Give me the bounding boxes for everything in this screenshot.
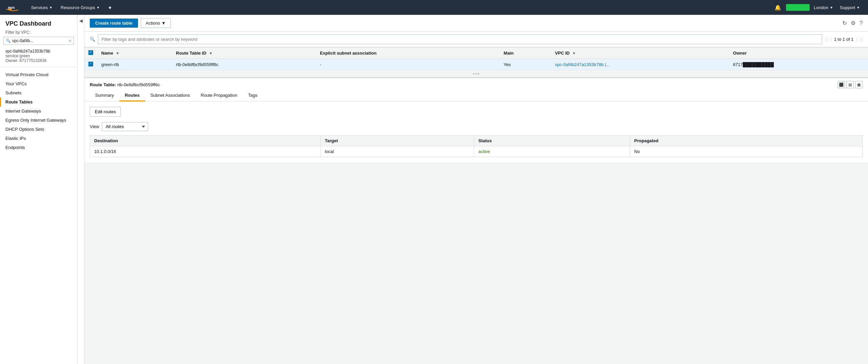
svg-text:aws: aws <box>8 5 15 9</box>
propagated-header: Propagated <box>630 135 863 146</box>
support-label: Support <box>840 5 856 10</box>
tab-routes[interactable]: Routes <box>119 90 145 101</box>
row-checkbox-cell <box>84 59 97 70</box>
detail-view-icons: ⬛ ▤ ▦ <box>838 81 863 88</box>
route-target: local <box>321 146 474 157</box>
sidebar-item-subnets[interactable]: Subnets <box>0 88 77 97</box>
sidebar-item-egress-gateways[interactable]: Egress Only Internet Gateways <box>0 116 77 125</box>
vpc-search-icon: 🔍 <box>6 38 11 43</box>
toolbar-icons: ↻ ⚙ ? <box>842 20 863 26</box>
grid-view-icon[interactable]: ▦ <box>855 81 863 88</box>
services-label: Services <box>31 5 48 10</box>
last-page-icon[interactable]: ⟩⟩ <box>859 37 863 42</box>
route-tables-table: Name ▼ Route Table ID ▼ Explicit subnet … <box>84 47 868 70</box>
region-label: London <box>814 5 828 10</box>
route-table-id-column-header[interactable]: Route Table ID ▼ <box>172 48 316 59</box>
sidebar-collapse-handle[interactable]: ◀ <box>78 15 84 364</box>
sidebar-item-dhcp-options[interactable]: DHCP Options Sets <box>0 125 77 134</box>
pagination: ⟨⟨ ⟨ 1 to 1 of 1 ⟩ ⟩⟩ <box>825 37 863 42</box>
services-nav[interactable]: Services ▼ <box>27 0 57 15</box>
sidebar: VPC Dashboard Filter by VPC: 🔍 vpc-0af4b… <box>0 15 78 364</box>
nav-right-area: 🔔 London ▼ Support ▼ <box>771 4 863 11</box>
collapse-icon: ◀ <box>79 18 83 23</box>
sidebar-item-internet-gateways[interactable]: Internet Gateways <box>0 107 77 116</box>
row-vpc-id: vpc-0af4b247a1353b78b |... <box>551 59 729 70</box>
vpc-owner-text: Owner: 671775132836 <box>5 58 72 63</box>
actions-label: Actions <box>146 21 160 26</box>
vpc-info: vpc-0af4b247a1353b78b service-green Owne… <box>0 48 77 67</box>
prev-page-icon[interactable]: ⟨ <box>830 37 832 42</box>
status-bar[interactable] <box>786 4 810 11</box>
actions-button[interactable]: Actions ▼ <box>141 18 171 28</box>
select-all-header <box>84 48 97 59</box>
sidebar-item-endpoints[interactable]: Endpoints <box>0 143 77 152</box>
detail-route-table-label: Route Table: <box>90 82 116 87</box>
row-explicit-subnet: - <box>316 59 499 70</box>
list-view-icon[interactable]: ▤ <box>846 81 854 88</box>
row-owner: 6717██████████ <box>729 59 868 70</box>
destination-header: Destination <box>90 135 321 146</box>
panel-resize-handle[interactable] <box>84 70 868 77</box>
view-select[interactable]: All routes Local routes Non-local routes <box>102 122 148 131</box>
view-selector-row: View All routes Local routes Non-local r… <box>90 122 863 131</box>
vpc-id-column-header[interactable]: VPC ID ▼ <box>551 48 729 59</box>
routes-detail-table: Destination Target Status Propagated 10.… <box>90 135 863 157</box>
tab-subnet-associations[interactable]: Subnet Associations <box>145 90 195 101</box>
vpc-id-link[interactable]: vpc-0af4b247a1353b78b |... <box>555 62 610 67</box>
target-header: Target <box>321 135 474 146</box>
toolbar: Create route table Actions ▼ ↻ ⚙ ? <box>84 15 868 32</box>
settings-icon[interactable]: ⚙ <box>851 20 856 26</box>
row-route-table-id: rtb-0e8dfbcf9d559ff6c <box>172 59 316 70</box>
refresh-icon[interactable]: ↻ <box>842 20 847 26</box>
vpc-search-clear-icon[interactable]: ✕ <box>69 39 72 43</box>
support-chevron: ▼ <box>857 6 860 9</box>
detail-route-table-id: rtb-0e8dfbcf9d559ff6c <box>117 82 160 87</box>
main-column-header: Main <box>499 48 551 59</box>
sidebar-item-route-tables[interactable]: Route Tables <box>0 97 77 107</box>
select-all-checkbox[interactable] <box>88 50 93 55</box>
route-destination: 10.1.0.0/16 <box>90 146 321 157</box>
vpc-id-text: vpc-0af4b247a1353b78b <box>5 49 72 54</box>
resource-groups-nav[interactable]: Resource Groups ▼ <box>57 0 104 15</box>
row-main: Yes <box>499 59 551 70</box>
resource-groups-label: Resource Groups <box>61 5 95 10</box>
first-page-icon[interactable]: ⟨⟨ <box>825 37 828 42</box>
aws-logo[interactable]: aws <box>5 2 22 12</box>
vpc-section-title: Virtual Private Cloud <box>0 67 77 79</box>
sidebar-item-your-vpcs[interactable]: Your VPCs <box>0 79 77 88</box>
status-active-badge: active <box>478 149 490 154</box>
split-view-icon[interactable]: ⬛ <box>838 81 845 88</box>
services-chevron: ▼ <box>49 6 53 9</box>
create-route-table-button[interactable]: Create route table <box>90 19 138 28</box>
detail-header: Route Table: rtb-0e8dfbcf9d559ff6c ⬛ ▤ ▦ <box>84 78 868 87</box>
help-icon[interactable]: ? <box>860 20 863 26</box>
row-name: green-rtb <box>97 59 172 70</box>
table-header-row: Name ▼ Route Table ID ▼ Explicit subnet … <box>84 48 868 59</box>
sidebar-title: VPC Dashboard <box>0 15 77 29</box>
vpc-search-input[interactable]: vpc-0af4b... <box>12 38 67 43</box>
vpc-search-box[interactable]: 🔍 vpc-0af4b... ✕ <box>3 37 74 45</box>
name-column-header[interactable]: Name ▼ <box>97 48 172 59</box>
vpc-name-text: service-green <box>5 54 72 58</box>
edit-routes-button[interactable]: Edit routes <box>90 107 121 117</box>
tab-summary[interactable]: Summary <box>90 90 119 101</box>
route-propagated: No <box>630 146 863 157</box>
tab-tags[interactable]: Tags <box>243 90 263 101</box>
notification-bell-icon[interactable]: 🔔 <box>771 4 785 11</box>
pin-icon: ★ <box>108 5 112 10</box>
detail-panel: Route Table: rtb-0e8dfbcf9d559ff6c ⬛ ▤ ▦… <box>84 77 868 162</box>
next-page-icon[interactable]: ⟩ <box>856 37 857 42</box>
row-checkbox[interactable] <box>88 62 93 66</box>
detail-tabs: Summary Routes Subnet Associations Route… <box>84 90 868 101</box>
tab-route-propagation[interactable]: Route Propagation <box>195 90 243 101</box>
region-chevron: ▼ <box>830 6 833 9</box>
sidebar-item-elastic-ips[interactable]: Elastic IPs <box>0 134 77 143</box>
table-row[interactable]: green-rtb rtb-0e8dfbcf9d559ff6c - Yes vp… <box>84 59 868 70</box>
actions-chevron-icon: ▼ <box>161 21 166 26</box>
region-dropdown[interactable]: London ▼ <box>811 5 836 10</box>
filter-vpc-label: Filter by VPC: <box>0 29 77 35</box>
filter-input[interactable] <box>98 34 822 44</box>
pin-nav[interactable]: ★ <box>104 0 116 15</box>
owner-column-header: Owner <box>729 48 868 59</box>
support-dropdown[interactable]: Support ▼ <box>837 5 863 10</box>
